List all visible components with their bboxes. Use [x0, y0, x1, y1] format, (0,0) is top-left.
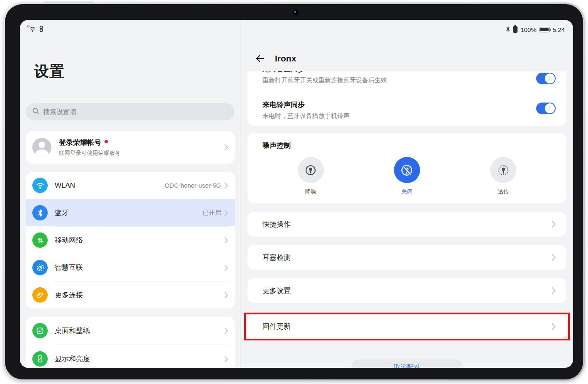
chevron-right-icon: [224, 210, 228, 216]
screen: 6 100% 5:24: [20, 20, 573, 368]
tablet-device-frame: 6 100% 5:24: [3, 2, 585, 381]
chevron-right-icon: [224, 356, 228, 362]
paperclip-icon: [32, 287, 48, 303]
toggle-switch-on[interactable]: [536, 73, 556, 84]
search-bar[interactable]: [26, 103, 235, 120]
connectivity-card: WLAN ODC-honor-user-5G 蓝牙 已开启: [26, 172, 235, 308]
battery-percent: 100%: [520, 26, 536, 33]
ring-sync-row: 来电铃声同步 来电时，蓝牙设备播放手机铃声: [248, 84, 566, 120]
link-label: 固件更新: [262, 322, 291, 331]
page-title: 设置: [34, 61, 241, 82]
setting-subtitle: 重新打开蓝牙开关或重新连接蓝牙设备后生效: [262, 76, 552, 84]
sidebar-item-smart-connect[interactable]: 智慧互联: [26, 254, 235, 281]
sidebar-item-label: 桌面和壁纸: [55, 326, 224, 335]
setting-subtitle: 来电时，蓝牙设备播放手机铃声: [262, 112, 552, 120]
shortcut-actions-row[interactable]: 快捷操作: [248, 212, 566, 237]
front-camera: [293, 10, 299, 15]
mobile-data-icon: [32, 232, 48, 248]
chevron-right-icon: [552, 287, 556, 294]
wifi-icon: [32, 178, 48, 193]
notification-dot: [104, 140, 108, 143]
link-label: 更多设置: [262, 286, 291, 296]
tablet-bezel: 6 100% 5:24: [5, 4, 583, 379]
wallpaper-icon: [32, 323, 48, 338]
more-settings-row[interactable]: 更多设置: [248, 278, 566, 303]
sidebar-item-wlan[interactable]: WLAN ODC-honor-user-5G: [26, 172, 235, 199]
sidebar-item-label: WLAN: [55, 181, 165, 190]
bluetooth-icon: [32, 205, 48, 220]
display-card: 桌面和壁纸 显示和亮度: [26, 317, 235, 368]
sidebar-item-value: 已开启: [202, 209, 221, 217]
detail-scroll-area[interactable]: 绝对音量同步 重新打开蓝牙开关或重新连接蓝牙设备后生效 来电铃声同步 来电时，蓝…: [241, 71, 573, 368]
sidebar-item-label: 移动网络: [55, 235, 224, 245]
toggle-settings-card: 绝对音量同步 重新打开蓝牙开关或重新连接蓝牙设备后生效 来电铃声同步 来电时，蓝…: [248, 71, 566, 126]
earbud-detection-row[interactable]: 耳塞检测: [248, 245, 566, 270]
screenshot-canvas: 6 100% 5:24: [0, 0, 588, 384]
link-label: 快捷操作: [262, 220, 291, 229]
sidebar-item-label: 更多连接: [55, 290, 224, 300]
unpair-button[interactable]: 取消配对: [351, 360, 463, 368]
chevron-right-icon: [224, 144, 228, 151]
sidebar-item-more-connections[interactable]: 更多连接: [26, 281, 235, 308]
setting-title: 来电铃声同步: [262, 100, 552, 110]
noise-option-label: 关闭: [401, 188, 413, 196]
device-battery-icon: [513, 26, 518, 33]
noise-option-label: 降噪: [305, 188, 316, 196]
chevron-right-icon: [552, 220, 556, 228]
account-subtitle: 联网登录可使用荣耀服务: [59, 149, 224, 157]
sidebar-item-value: ODC-honor-user-5G: [165, 182, 221, 189]
chevron-right-icon: [224, 292, 228, 298]
noise-option-transparency[interactable]: 透传: [455, 157, 552, 196]
status-bar: 6 100% 5:24: [20, 20, 573, 35]
toggle-switch-on[interactable]: [536, 103, 556, 114]
noise-off-icon[interactable]: [394, 157, 420, 183]
sidebar-item-label: 蓝牙: [55, 208, 202, 218]
search-input[interactable]: [43, 108, 228, 116]
red-highlight-box: 固件更新: [244, 313, 570, 340]
detail-header: Ironx: [241, 35, 573, 71]
sidebar-item-display-brightness[interactable]: 显示和亮度: [26, 345, 235, 368]
settings-sidebar: 设置 登录荣耀帐号: [20, 35, 241, 368]
display-icon: [32, 351, 48, 367]
account-title: 登录荣耀帐号: [59, 138, 101, 147]
noise-option-off[interactable]: 关闭: [359, 157, 455, 196]
device-name-title: Ironx: [275, 54, 296, 64]
chevron-right-icon: [224, 182, 228, 189]
chevron-right-icon: [224, 264, 228, 271]
account-card[interactable]: 登录荣耀帐号 联网登录可使用荣耀服务: [26, 131, 235, 164]
sidebar-item-mobile-network[interactable]: 移动网络: [26, 227, 235, 254]
noise-control-title: 噪声控制: [262, 141, 552, 150]
smart-connect-icon: [32, 260, 48, 275]
transparency-icon[interactable]: [490, 157, 516, 183]
avatar: [32, 138, 51, 157]
anc-icon[interactable]: [298, 157, 324, 183]
wifi-icon: 6: [29, 26, 36, 33]
chevron-right-icon: [224, 328, 228, 334]
firmware-update-row[interactable]: 固件更新: [248, 314, 566, 339]
sidebar-item-label: 显示和亮度: [55, 354, 224, 364]
chevron-right-icon: [552, 323, 556, 330]
chevron-right-icon: [552, 254, 556, 261]
noise-control-card: 噪声控制 降噪: [248, 133, 566, 203]
bluetooth-icon: [506, 26, 510, 34]
tablet-battery-icon: [539, 27, 550, 32]
device-detail-pane: Ironx 绝对音量同步 重新打开蓝牙开关或重新连接蓝牙设备后生效 来电铃声同步: [241, 35, 573, 368]
search-icon: [32, 108, 39, 116]
link-label: 耳塞检测: [262, 253, 291, 262]
back-button[interactable]: [255, 54, 265, 63]
noise-option-anc[interactable]: 降噪: [262, 157, 359, 196]
sidebar-item-label: 智慧互联: [55, 263, 224, 272]
clipped-setting-title: 绝对音量同步: [262, 71, 552, 74]
chevron-right-icon: [224, 237, 228, 244]
clock: 5:24: [553, 26, 565, 33]
sidebar-item-bluetooth[interactable]: 蓝牙 已开启: [26, 199, 235, 226]
noise-option-label: 透传: [498, 188, 509, 196]
digital-balance-icon: [39, 26, 44, 33]
absolute-volume-row: 绝对音量同步 重新打开蓝牙开关或重新连接蓝牙设备后生效: [248, 71, 566, 84]
sidebar-item-wallpaper[interactable]: 桌面和壁纸: [26, 317, 235, 345]
wifi6-badge: 6: [27, 24, 29, 28]
